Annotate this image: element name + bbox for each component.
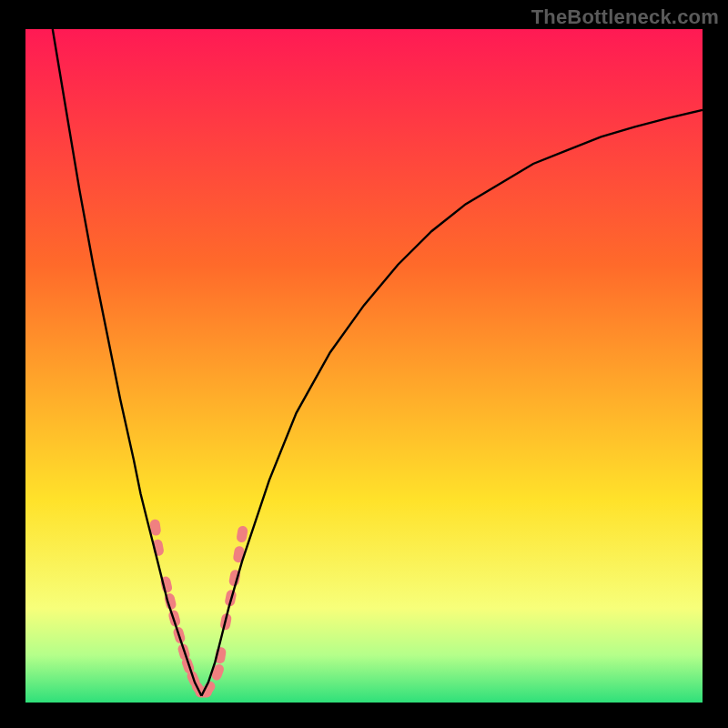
watermark-text: TheBottleneck.com [531,5,719,29]
bottleneck-chart [0,0,728,728]
plot-background [25,29,703,703]
frame-right [703,0,728,728]
frame-bottom [0,703,728,728]
chart-frame: TheBottleneck.com [0,0,728,728]
frame-left [0,0,25,728]
